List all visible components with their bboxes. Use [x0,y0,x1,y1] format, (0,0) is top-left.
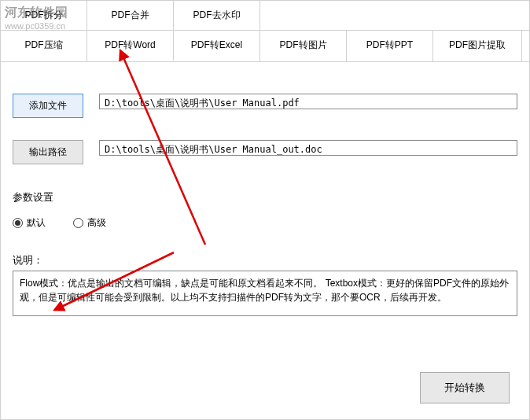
tab-pdf-compress[interactable]: PDF压缩 [1,31,87,61]
output-path-row: 输出路径 D:\tools\桌面\说明书\User Manual_out.doc [13,140,517,171]
desc-box: Flow模式：优点是输出的文档可编辑，缺点是可能和原文档看起来不同。 Textb… [13,271,517,316]
source-path-input[interactable]: D:\tools\桌面\说明书\User Manual.pdf [99,94,517,109]
tab-pdf-remove-watermark[interactable]: PDF去水印 [174,1,260,30]
radio-default-circle [13,218,23,228]
tab-pdf-split[interactable]: PDF拆分 [1,1,87,30]
content-area: 添加文件 D:\tools\桌面\说明书\User Manual.pdf 输出路… [1,62,529,332]
add-file-button[interactable]: 添加文件 [13,94,83,118]
desc-label: 说明： [13,253,517,267]
start-button[interactable]: 开始转换 [420,372,510,403]
output-path-input[interactable]: D:\tools\桌面\说明书\User Manual_out.doc [99,140,517,156]
tab-pdf-merge[interactable]: PDF合并 [87,1,174,30]
tabs-row-2: PDF压缩 PDF转Word PDF转Excel PDF转图片 PDF转PPT … [1,31,529,62]
params-label: 参数设置 [13,190,517,204]
radio-default-label: 默认 [27,216,46,230]
tab-pdf-to-ppt[interactable]: PDF转PPT [347,31,433,61]
tab-pdf-to-excel[interactable]: PDF转Excel [174,31,260,61]
tabs-row-1: PDF拆分 PDF合并 PDF去水印 [1,1,529,31]
radio-advanced-circle [73,218,83,228]
tab-pdf-extract-image[interactable]: PDF图片提取 [433,31,522,61]
output-path-button[interactable]: 输出路径 [13,140,83,164]
radio-default[interactable]: 默认 [13,216,46,230]
tab-pdf-to-word[interactable]: PDF转Word [87,31,174,61]
footer: 开始转换 [420,372,510,403]
radio-advanced-label: 高级 [87,216,106,230]
radio-group: 默认 高级 [13,216,517,230]
tab-pdf-to-image[interactable]: PDF转图片 [260,31,347,61]
add-file-row: 添加文件 D:\tools\桌面\说明书\User Manual.pdf [13,94,517,124]
radio-advanced[interactable]: 高级 [73,216,106,230]
